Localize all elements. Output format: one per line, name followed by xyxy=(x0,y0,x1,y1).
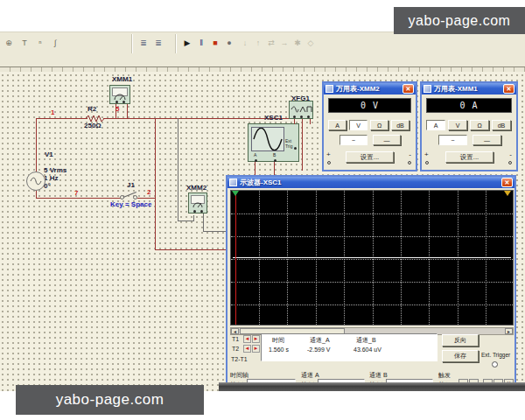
tool-icon-1[interactable]: ⊕ xyxy=(2,35,16,52)
toolbar: ⊕ T ⁿ ∫ ≣ ≣ ▶ ‖ ■ ● ↓ ↑ ⇄ → ✱ ◇ xyxy=(0,34,525,55)
minus-terminal-label: - xyxy=(409,152,411,158)
multimeter-xmm1-icon[interactable] xyxy=(109,85,130,104)
watermark-bottom: yabo-page.com xyxy=(16,385,204,415)
save-button[interactable]: 保存 xyxy=(442,350,479,362)
net-label: 1 xyxy=(51,108,54,116)
t1-right-arrow[interactable]: ► xyxy=(252,335,260,343)
t2-left-arrow[interactable]: ◄ xyxy=(243,345,251,353)
r2-value: 250Ω xyxy=(84,122,102,130)
multimeter-xmm1-window: 万用表-XMM1 ✕ 0 A A V Ω dB ~ — 设置... + - xyxy=(420,81,518,172)
multimeter-window-icon xyxy=(424,85,431,93)
multimeter-xmm2-window: 万用表-XMM2 ✕ 0 V A V Ω dB ~ — 设置... + - xyxy=(322,81,417,172)
minus-terminal xyxy=(408,161,411,164)
mode-db-button[interactable]: dB xyxy=(492,120,511,130)
dc-mode-button[interactable]: — xyxy=(472,135,501,145)
mode-volt-button[interactable]: V xyxy=(349,120,368,130)
run-simulation-icon[interactable]: ▶ xyxy=(180,35,194,52)
close-icon[interactable]: ✕ xyxy=(503,84,514,94)
xmm2-refdes: XMM2 xyxy=(186,184,206,192)
reverse-button[interactable]: 反向 xyxy=(442,334,479,346)
oscilloscope-window-icon xyxy=(229,178,237,186)
run-to-icon[interactable]: → xyxy=(277,35,291,52)
val-channel-a: -2.599 V xyxy=(307,346,330,353)
mode-ampere-button[interactable]: A xyxy=(328,120,346,130)
tool-icon-4[interactable]: ∫ xyxy=(48,35,62,52)
settings-button[interactable]: 设置... xyxy=(346,151,394,163)
record-icon[interactable]: ● xyxy=(222,35,236,52)
toolbar-separator xyxy=(131,34,133,53)
pause-simulation-icon[interactable]: ‖ xyxy=(194,35,208,52)
col-time: 时间 xyxy=(272,336,284,345)
ext-trigger-label: Ext. Trigger xyxy=(481,352,510,358)
step-into-icon[interactable]: ↓ xyxy=(238,35,252,52)
ac-source-symbol[interactable] xyxy=(26,172,46,191)
canvas-ruler xyxy=(0,67,525,72)
settings-button[interactable]: 设置... xyxy=(445,151,494,163)
close-icon[interactable]: ✕ xyxy=(402,84,414,94)
val-channel-b: 43.604 uV xyxy=(354,346,382,353)
channel-b-group-label: 通道 B xyxy=(369,371,388,380)
mode-db-button[interactable]: dB xyxy=(391,120,410,130)
xmm1-titlebar[interactable]: 万用表-XMM1 ✕ xyxy=(422,83,516,94)
channel-a-group-label: 通道 A xyxy=(301,371,319,380)
tool-icon-3[interactable]: ⁿ xyxy=(33,35,47,52)
plus-terminal-label: + xyxy=(424,152,429,158)
wire xyxy=(203,214,204,231)
ac-mode-button[interactable]: ~ xyxy=(340,135,368,145)
cursor-marker-yellow[interactable] xyxy=(504,191,511,196)
t1-left-arrow[interactable]: ◄ xyxy=(243,335,251,343)
plus-terminal-label: + xyxy=(326,152,331,158)
ext-trigger-radio[interactable] xyxy=(492,361,498,368)
oscilloscope-titlebar[interactable]: 示波器-XSC1 ✕ xyxy=(228,177,514,188)
wire xyxy=(155,118,156,250)
stop-simulation-icon[interactable]: ■ xyxy=(208,35,222,52)
wire xyxy=(36,191,37,198)
cursor-marker-green[interactable] xyxy=(232,191,239,196)
j1-refdes: J1 xyxy=(127,181,135,189)
ac-mode-button[interactable]: ~ xyxy=(438,135,467,145)
xmm1-body: 0 A A V Ω dB ~ — 设置... + - xyxy=(422,94,516,170)
timebase-group-label: 时间轴 xyxy=(230,371,248,380)
j1-key-label: Key = Space xyxy=(110,200,151,208)
watermark-top: yabo-page.com xyxy=(394,7,525,34)
close-icon[interactable]: ✕ xyxy=(501,178,513,187)
oscilloscope-window-title: 示波器-XSC1 xyxy=(240,178,282,187)
col-channel-b: 通道_B xyxy=(356,336,376,345)
tool-icon-2[interactable]: T xyxy=(18,35,32,52)
list-view-icon-2[interactable]: ≣ xyxy=(151,35,165,52)
xmm2-titlebar[interactable]: 万用表-XMM2 ✕ xyxy=(324,83,416,94)
list-view-icon[interactable]: ≣ xyxy=(136,35,150,52)
xmm2-reading-display: 0 V xyxy=(328,98,411,113)
wire xyxy=(178,220,194,221)
function-generator-xfg1-icon[interactable] xyxy=(289,101,313,119)
xmm2-body: 0 V A V Ω dB ~ — 设置... + - xyxy=(324,94,416,170)
r2-refdes: R2 xyxy=(88,105,96,113)
channel-b-terminal-label: B xyxy=(273,152,276,158)
step-over-icon[interactable]: ⇄ xyxy=(264,35,278,52)
wire xyxy=(310,119,311,124)
scope-screen[interactable] xyxy=(230,190,514,326)
mode-volt-button[interactable]: V xyxy=(448,120,467,130)
switch-contact[interactable] xyxy=(133,195,137,200)
oscilloscope-xsc1-icon[interactable]: Ext Trig A B xyxy=(248,123,299,162)
scope-cursor-t1[interactable] xyxy=(235,191,236,325)
oscilloscope-window: 示波器-XSC1 ✕ ◄ ► T1 ◄ ► T2 ◄ ► T xyxy=(226,175,516,390)
dc-mode-button[interactable]: — xyxy=(373,135,401,145)
mode-ohm-button[interactable]: Ω xyxy=(370,120,388,130)
t2-right-arrow[interactable]: ► xyxy=(252,345,260,353)
mode-ohm-button[interactable]: Ω xyxy=(470,120,489,130)
minus-terminal-label: - xyxy=(509,152,512,158)
xsc1-refdes: XSC1 xyxy=(264,114,283,122)
xmm2-window-title: 万用表-XMM2 xyxy=(336,84,380,94)
breakpoint-icon[interactable]: ◇ xyxy=(304,35,318,52)
mode-ampere-button[interactable]: A xyxy=(426,120,445,130)
multimeter-xmm2-icon[interactable] xyxy=(188,192,207,214)
plus-terminal xyxy=(327,161,331,164)
net-label: 5 xyxy=(116,105,119,113)
v1-refdes: V1 xyxy=(45,150,53,158)
step-out-icon[interactable]: ↑ xyxy=(251,35,265,52)
toolbar-separator-2 xyxy=(175,34,177,53)
settings-icon[interactable]: ✱ xyxy=(290,35,304,52)
v1-freq: 1 Hz xyxy=(44,174,58,182)
col-channel-a: 通道_A xyxy=(310,336,330,345)
